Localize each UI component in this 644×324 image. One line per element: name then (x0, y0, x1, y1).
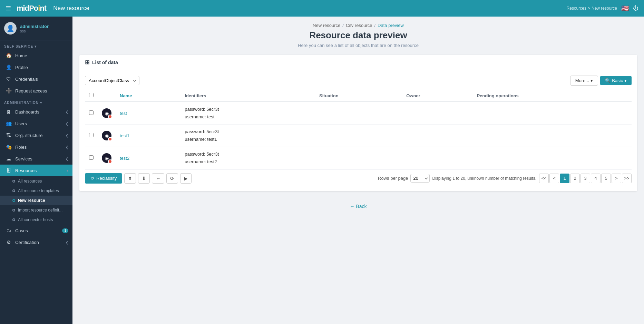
row-situation (315, 102, 402, 125)
crumb-csv-resource[interactable]: Csv resource (346, 23, 372, 28)
topbar-title: New resource (53, 5, 566, 12)
row-icon: ◉ (102, 131, 111, 140)
link-button[interactable]: ↔ (152, 173, 164, 184)
reclassify-button[interactable]: ↺ Reclassify (85, 173, 122, 184)
icon-col-header (98, 90, 116, 102)
sub-item-label: All connector hosts (18, 217, 53, 222)
upload-button[interactable]: ⬆ (124, 173, 136, 184)
row-pending-operations (472, 147, 632, 169)
sidebar-item-label: Roles (15, 145, 62, 150)
sidebar-item-roles[interactable]: 🎭 Roles ❮ (0, 141, 72, 153)
chevron-down-icon: ▾ (67, 169, 68, 173)
pending-operations-col-header: Pending operations (472, 90, 632, 102)
row-name[interactable]: test2 (116, 147, 180, 169)
cases-badge: 1 (62, 228, 68, 233)
sidebar-item-users[interactable]: 👥 Users ❮ (0, 118, 72, 129)
row-icon: ◉ (102, 153, 111, 163)
reclassify-icon: ↺ (90, 176, 94, 181)
row-icon: ◉ (102, 108, 111, 118)
breadcrumb-resources[interactable]: Resources (567, 6, 586, 11)
sidebar-subitem-new-resource[interactable]: New resource (0, 196, 72, 205)
card-header-title: List of data (92, 60, 118, 65)
page-2-button[interactable]: 2 (570, 174, 580, 183)
next-page-button[interactable]: > (612, 174, 621, 183)
page-subtitle: Here you can see a list of all objects t… (72, 43, 644, 48)
refresh-button[interactable]: ⟳ (166, 173, 178, 184)
row-name[interactable]: test1 (116, 125, 180, 147)
page-5-button[interactable]: 5 (601, 174, 611, 183)
chevron-icon: ❮ (66, 240, 68, 244)
basic-button[interactable]: 🔍 Basic ▾ (600, 76, 632, 85)
certification-icon: ⚙ (6, 239, 12, 245)
sidebar-subitem-all-resource-templates[interactable]: All resource templates (0, 186, 72, 196)
last-page-button[interactable]: >> (622, 174, 632, 183)
row-checkbox[interactable] (89, 110, 94, 115)
row-identifiers: password: 5ecr3tusername: test (180, 102, 315, 125)
more-button[interactable]: More... ▾ (570, 76, 598, 86)
sidebar-subitem-import-resource[interactable]: Import resource definit... (0, 205, 72, 215)
page-3-button[interactable]: 3 (580, 174, 590, 183)
breadcrumb-sep: > (588, 6, 590, 11)
power-icon[interactable]: ⏻ (633, 5, 638, 11)
self-service-section: SELF SERVICE ▾ (0, 40, 72, 50)
sidebar-item-home[interactable]: 🏠 Home (0, 50, 72, 61)
sidebar-item-profile[interactable]: 👤 Profile (0, 61, 72, 73)
page-4-button[interactable]: 4 (591, 174, 601, 183)
dropdown-arrow-icon: ▾ (591, 78, 593, 83)
play-button[interactable]: ▶ (180, 173, 192, 184)
row-name[interactable]: test (116, 102, 180, 125)
back-area: ← Back (72, 198, 644, 216)
sub-dot-icon (12, 180, 15, 183)
home-icon: 🏠 (6, 53, 12, 58)
sidebar-subitem-all-connector-hosts[interactable]: All connector hosts (0, 215, 72, 225)
row-checkbox[interactable] (89, 133, 94, 137)
table-row: ◉ test1password: 5ecr3tusername: test1 (85, 125, 632, 147)
crumb-new-resource[interactable]: New resource (313, 23, 340, 28)
page-1-button[interactable]: 1 (560, 174, 569, 183)
sidebar-item-cases[interactable]: 🗂 Cases 1 (0, 225, 72, 236)
pagination-section: Rows per page 20 50 100 Displaying 1 to … (378, 174, 632, 183)
prev-page-button[interactable]: < (549, 174, 559, 183)
username[interactable]: administrator (20, 24, 49, 29)
select-all-checkbox[interactable] (89, 93, 94, 97)
name-col-header[interactable]: Name (116, 90, 180, 102)
back-button[interactable]: ← Back (350, 204, 367, 209)
credentials-icon: 🛡 (6, 76, 12, 82)
dashboards-icon: 🎛 (6, 109, 12, 115)
sidebar-item-org-structure[interactable]: 🏗 Org. structure ❮ (0, 129, 72, 141)
list-of-data-card: ⊞ List of data AccountObjectClass More..… (79, 55, 637, 191)
sidebar-item-credentials[interactable]: 🛡 Credentials (0, 73, 72, 85)
sub-item-label: Import resource definit... (18, 208, 62, 213)
breadcrumb-current: New resource (592, 6, 617, 11)
chevron-icon: ❮ (66, 122, 68, 126)
row-pending-operations (472, 102, 632, 125)
rows-per-page-select[interactable]: 20 50 100 (410, 174, 430, 183)
sidebar-item-request-access[interactable]: ➕ Request access (0, 85, 72, 97)
sidebar-subitem-all-resources[interactable]: All resources (0, 176, 72, 186)
download-button[interactable]: ⬇ (138, 173, 150, 184)
owner-col-header: Owner (402, 90, 472, 102)
avatar: 👤 (4, 22, 17, 35)
profile-icon: 👤 (6, 65, 12, 70)
sidebar-item-dashboards[interactable]: 🎛 Dashboards ❮ (0, 106, 72, 118)
sidebar-item-resources[interactable]: 🗄 Resources ▾ (0, 165, 72, 176)
object-class-dropdown[interactable]: AccountObjectClass (85, 76, 139, 85)
resources-icon: 🗄 (6, 168, 12, 173)
sub-dot-icon (12, 189, 15, 192)
sidebar: 👤 administrator sss SELF SERVICE ▾ 🏠 Hom… (0, 17, 72, 324)
hamburger-icon[interactable]: ☰ (6, 4, 11, 12)
chevron-icon: ❮ (66, 157, 68, 161)
org-icon: 🏗 (6, 132, 12, 138)
first-page-button[interactable]: << (539, 174, 549, 183)
main-content: New resource / Csv resource / Data previ… (72, 17, 644, 324)
crumb-sep1: / (342, 23, 344, 28)
table-grid-icon: ⊞ (85, 59, 89, 66)
request-access-icon: ➕ (6, 88, 12, 94)
sidebar-item-label: Services (15, 156, 62, 161)
sidebar-item-certification[interactable]: ⚙ Certification ❮ (0, 236, 72, 248)
sidebar-item-services[interactable]: ☁ Services ❮ (0, 153, 72, 165)
sidebar-item-label: Users (15, 121, 62, 126)
row-checkbox[interactable] (89, 155, 94, 160)
search-icon: 🔍 (605, 78, 611, 83)
sub-dot-icon (12, 209, 15, 212)
